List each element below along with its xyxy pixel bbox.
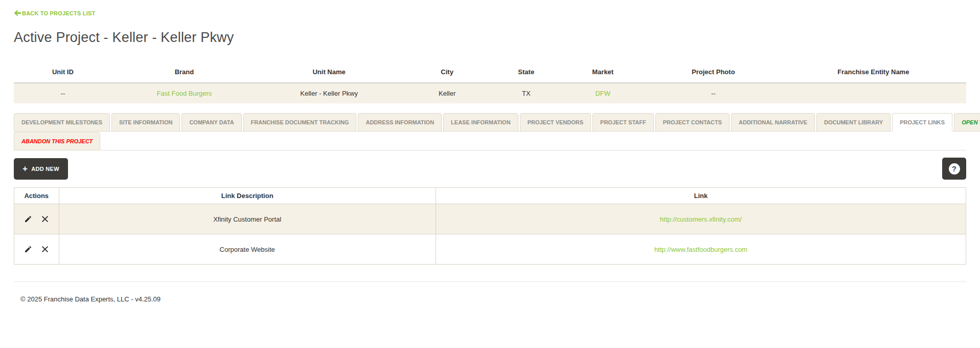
- add-new-label: ADD NEW: [31, 166, 59, 172]
- link-row-1: Xfinity Customer Portal http://customers…: [14, 204, 966, 234]
- project-links-table: Actions Link Description Link: [14, 187, 966, 265]
- tabs-row-1: DEVELOPMENT MILESTONES SITE INFORMATION …: [14, 113, 966, 132]
- tab-open-this-unit[interactable]: OPEN THIS UNIT: [954, 113, 980, 132]
- page-container: BACK TO PROJECTS LIST Active Project - K…: [0, 0, 980, 323]
- page-title: Active Project - Keller - Keller Pkwy: [14, 30, 966, 46]
- tab-company-data[interactable]: COMPANY DATA: [181, 113, 241, 132]
- col-actions: Actions: [14, 188, 59, 204]
- tabs-row-2: ABANDON THIS PROJECT: [14, 132, 966, 150]
- help-icon: ?: [949, 163, 960, 175]
- tab-site-information[interactable]: SITE INFORMATION: [111, 113, 180, 132]
- footer-divider: [14, 281, 966, 282]
- pencil-icon: [24, 215, 32, 223]
- delete-link-button[interactable]: [40, 244, 50, 254]
- col-market: Market: [559, 64, 646, 83]
- state-value: TX: [493, 83, 559, 103]
- unit-id-value: --: [14, 83, 112, 103]
- tab-project-vendors[interactable]: PROJECT VENDORS: [520, 113, 591, 132]
- col-franchise-entity-name: Franchise Entity Name: [781, 64, 966, 83]
- brand-link[interactable]: Fast Food Burgers: [157, 90, 212, 97]
- toolbar: + ADD NEW ?: [14, 158, 966, 180]
- tab-abandon-this-project[interactable]: ABANDON THIS PROJECT: [14, 132, 100, 150]
- back-link-label: BACK TO PROJECTS LIST: [22, 10, 95, 16]
- link-row-2: Corporate Website http://www.fastfoodbur…: [14, 234, 966, 265]
- tab-franchise-document-tracking[interactable]: FRANCHISE DOCUMENT TRACKING: [243, 113, 357, 132]
- edit-link-button[interactable]: [23, 244, 33, 254]
- col-link-description: Link Description: [59, 188, 436, 204]
- tab-lease-information[interactable]: LEASE INFORMATION: [443, 113, 518, 132]
- col-unit-name: Unit Name: [257, 64, 401, 83]
- col-brand: Brand: [112, 64, 257, 83]
- link-description: Corporate Website: [59, 234, 436, 265]
- tab-project-contacts[interactable]: PROJECT CONTACTS: [655, 113, 730, 132]
- franchise-entity-name-value: [781, 83, 966, 103]
- back-arrow-icon: [14, 10, 21, 16]
- link-url[interactable]: http://customers.xfinity.com/: [660, 215, 742, 223]
- add-new-button[interactable]: + ADD NEW: [14, 158, 68, 180]
- project-photo-value: --: [646, 83, 781, 103]
- summary-header-row: Unit ID Brand Unit Name City State Marke…: [14, 64, 966, 83]
- delete-link-button[interactable]: [40, 214, 50, 224]
- tab-address-information[interactable]: ADDRESS INFORMATION: [358, 113, 442, 132]
- tab-project-staff[interactable]: PROJECT STAFF: [592, 113, 654, 132]
- footer-copyright: © 2025 Franchise Data Experts, LLC - v4.…: [14, 295, 966, 323]
- help-button[interactable]: ?: [942, 158, 966, 180]
- pencil-icon: [24, 245, 32, 253]
- city-value: Keller: [401, 83, 493, 103]
- edit-link-button[interactable]: [23, 214, 33, 224]
- col-unit-id: Unit ID: [14, 64, 112, 83]
- col-project-photo: Project Photo: [646, 64, 781, 83]
- col-city: City: [401, 64, 493, 83]
- tab-document-library[interactable]: DOCUMENT LIBRARY: [816, 113, 891, 132]
- links-header-row: Actions Link Description Link: [14, 188, 966, 204]
- delete-x-icon: [41, 215, 49, 223]
- tab-development-milestones[interactable]: DEVELOPMENT MILESTONES: [14, 113, 110, 132]
- back-to-projects-link[interactable]: BACK TO PROJECTS LIST: [14, 10, 95, 16]
- project-summary-table: Unit ID Brand Unit Name City State Marke…: [14, 64, 966, 103]
- unit-name-value: Keller - Keller Pkwy: [257, 83, 401, 103]
- link-url[interactable]: http://www.fastfoodburgers.com: [654, 246, 747, 253]
- delete-x-icon: [41, 245, 49, 253]
- summary-data-row: -- Fast Food Burgers Keller - Keller Pkw…: [14, 83, 966, 103]
- col-state: State: [493, 64, 559, 83]
- plus-icon: +: [22, 166, 28, 171]
- tab-additional-narrative[interactable]: ADDITIONAL NARRATIVE: [731, 113, 815, 132]
- col-link: Link: [436, 188, 966, 204]
- tab-project-links[interactable]: PROJECT LINKS: [892, 113, 952, 132]
- link-description: Xfinity Customer Portal: [59, 204, 436, 234]
- market-link[interactable]: DFW: [595, 90, 610, 97]
